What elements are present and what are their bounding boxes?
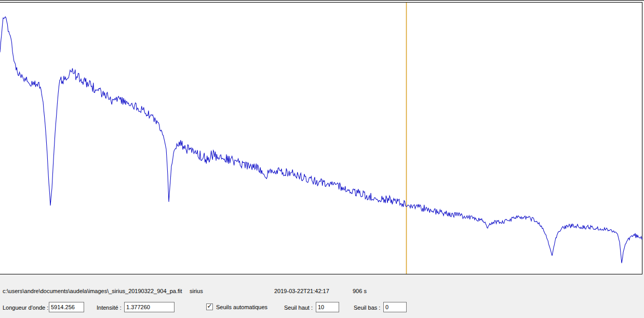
- plot-background[interactable]: [0, 3, 642, 274]
- audela-spectrum-window: c:\users\andre\documents\audela\images\_…: [0, 0, 644, 318]
- checkmark-icon: ✓: [207, 303, 212, 309]
- seuil-haut-label: Seuil haut :: [284, 305, 313, 311]
- seuil-bas-field[interactable]: [383, 302, 407, 312]
- spectrum-plot-svg[interactable]: [0, 0, 644, 278]
- intensity-field[interactable]: [124, 302, 175, 312]
- intensity-label: Intensité :: [97, 305, 122, 311]
- seuil-haut-field[interactable]: [316, 302, 339, 312]
- date-obs-text: 2019-03-22T21:42:17: [274, 288, 329, 294]
- exposure-text: 906 s: [353, 288, 367, 294]
- wavelength-field[interactable]: [49, 302, 84, 312]
- file-path-text: c:\users\andre\documents\audela\images\_…: [3, 288, 182, 294]
- seuil-bas-label: Seuil bas :: [354, 305, 380, 311]
- wavelength-label: Longueur d'onde :: [3, 305, 48, 311]
- seuils-automatiques-checkbox[interactable]: ✓: [206, 303, 213, 310]
- object-name-text: sirius: [190, 288, 203, 294]
- seuils-automatiques-label[interactable]: Seuils automatiques: [216, 304, 267, 310]
